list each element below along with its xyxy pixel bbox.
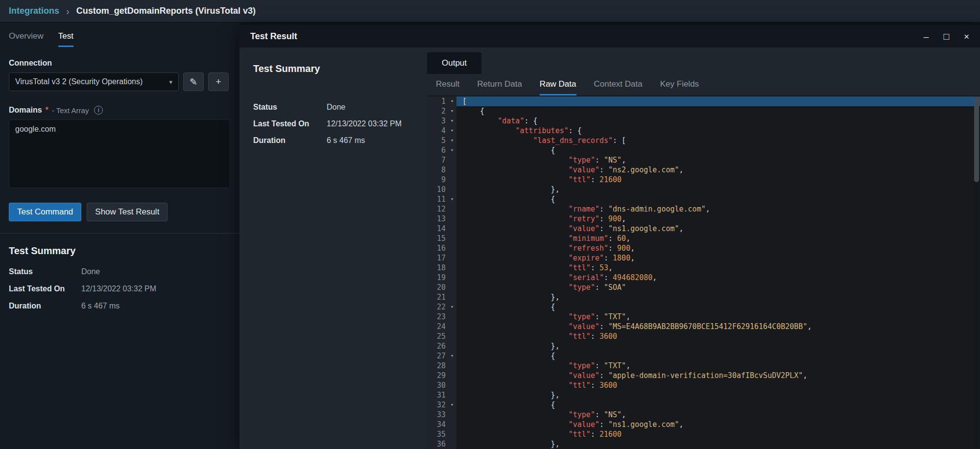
line-number: 31 (427, 390, 448, 400)
summary-value: 12/13/2022 03:32 PM (81, 284, 156, 293)
line-number: 21 (427, 292, 448, 302)
tab-test[interactable]: Test (58, 31, 73, 47)
code-line-text: "type": "SOA" (456, 283, 980, 292)
code-line-text: "attributes": { (456, 126, 980, 136)
left-panel-tabs: OverviewTest (9, 31, 231, 47)
fold-toggle-icon (448, 312, 456, 322)
code-line-text: "value": "apple-domain-verification=30af… (456, 371, 980, 380)
fold-toggle-icon[interactable]: ▾ (448, 302, 456, 312)
fold-toggle-icon (448, 283, 456, 292)
summary-label: Last Tested On (253, 119, 327, 128)
editor-scrollbar[interactable] (974, 96, 979, 448)
code-line-text: { (456, 400, 980, 410)
fold-toggle-icon[interactable]: ▾ (448, 351, 456, 361)
summary-value: 12/13/2022 03:32 PM (327, 119, 402, 128)
fold-toggle-icon[interactable]: ▾ (448, 145, 456, 155)
line-number: 35 (427, 429, 448, 439)
code-line-text: "ttl": 3600 (456, 331, 980, 341)
code-line: 23 "type": "TXT", (427, 312, 980, 322)
tab-key-fields[interactable]: Key Fields (660, 74, 699, 95)
line-number: 5 (427, 136, 448, 145)
line-number: 4 (427, 126, 448, 136)
fold-toggle-icon[interactable]: ▾ (448, 106, 456, 116)
line-number: 34 (427, 420, 448, 429)
code-line: 36 }, (427, 439, 980, 449)
code-line-text: "refresh": 900, (456, 243, 980, 253)
code-line-text: "ttl": 53, (456, 263, 980, 273)
edit-connection-button[interactable]: ✎ (183, 72, 204, 91)
fold-toggle-icon (448, 292, 456, 302)
code-line: 13 "retry": 900, (427, 214, 980, 224)
modal-summary-title: Test Summary (253, 63, 413, 74)
fold-toggle-icon (448, 420, 456, 429)
code-line: 9 "ttl": 21600 (427, 175, 980, 185)
fold-toggle-icon[interactable]: ▾ (448, 126, 456, 136)
line-number: 16 (427, 243, 448, 253)
modal-titlebar: Test Result – □ × (239, 25, 980, 47)
fold-toggle-icon (448, 175, 456, 185)
fold-toggle-icon[interactable]: ▾ (448, 400, 456, 410)
line-number: 19 (427, 273, 448, 283)
tab-output[interactable]: Output (427, 52, 481, 74)
code-line-text: "retry": 900, (456, 214, 980, 224)
app-root: Integrations › Custom_getDomainReports (… (0, 0, 980, 449)
fold-toggle-icon (448, 224, 456, 234)
info-icon[interactable]: i (94, 106, 103, 115)
code-line: 25 "ttl": 3600 (427, 331, 980, 341)
domains-label: Domains (9, 106, 42, 115)
fold-toggle-icon (448, 439, 456, 449)
code-line: 17 "expire": 1800, (427, 253, 980, 263)
left-summary-rows: StatusDoneLast Tested On12/13/2022 03:32… (9, 267, 231, 310)
output-sub-tabs: ResultReturn DataRaw DataContext DataKey… (427, 74, 980, 95)
domains-input[interactable]: google.com (9, 119, 230, 188)
tab-overview[interactable]: Overview (9, 31, 44, 47)
modal-body: Test Summary StatusDoneLast Tested On12/… (239, 47, 980, 449)
tab-raw-data[interactable]: Raw Data (540, 74, 576, 95)
summary-label: Duration (253, 136, 327, 145)
fold-toggle-icon (448, 371, 456, 380)
code-line-text: "ttl": 21600 (456, 175, 980, 185)
fold-toggle-icon[interactable]: ▾ (448, 116, 456, 126)
test-command-button[interactable]: Test Command (9, 203, 81, 221)
line-number: 32 (427, 400, 448, 410)
code-line-text: "ttl": 21600 (456, 429, 980, 439)
fold-toggle-icon (448, 410, 456, 420)
fold-toggle-icon (448, 253, 456, 263)
code-line-text: { (456, 351, 980, 361)
summary-value: Done (81, 267, 100, 276)
fold-toggle-icon (448, 341, 456, 351)
breadcrumb-integrations-link[interactable]: Integrations (9, 6, 59, 16)
fold-toggle-icon (448, 185, 456, 194)
code-line: 26 }, (427, 341, 980, 351)
show-test-result-button[interactable]: Show Test Result (87, 203, 167, 221)
tab-return-data[interactable]: Return Data (477, 74, 522, 95)
add-connection-button[interactable]: + (208, 72, 229, 91)
fold-toggle-icon[interactable]: ▾ (448, 194, 456, 204)
line-number: 12 (427, 204, 448, 214)
minimize-icon[interactable]: – (924, 32, 929, 41)
fold-toggle-icon (448, 155, 456, 165)
left-summary-title: Test Summary (9, 245, 231, 257)
code-line-text: }, (456, 341, 980, 351)
modal-summary-rows: StatusDoneLast Tested On12/13/2022 03:32… (253, 103, 413, 145)
fold-toggle-icon (448, 429, 456, 439)
code-line: 11▾ { (427, 194, 980, 204)
fold-toggle-icon (448, 331, 456, 341)
connection-select[interactable]: VirusTotal v3 2 (Security Operations) ▾ (9, 72, 179, 91)
line-number: 28 (427, 361, 448, 371)
close-icon[interactable]: × (964, 32, 969, 41)
fold-toggle-icon[interactable]: ▾ (448, 96, 456, 106)
line-number: 30 (427, 380, 448, 390)
tab-context-data[interactable]: Context Data (594, 74, 643, 95)
maximize-icon[interactable]: □ (943, 32, 949, 41)
code-line: 6▾ { (427, 145, 980, 155)
code-line: 24 "value": "MS=E4A68B9AB2BB9670BCE15412… (427, 322, 980, 331)
line-number: 27 (427, 351, 448, 361)
tab-result[interactable]: Result (436, 74, 459, 95)
line-number: 17 (427, 253, 448, 263)
raw-data-editor[interactable]: 1▾[2▾ {3▾ "data": {4▾ "attributes": {5▾ … (427, 95, 980, 449)
code-line-text: }, (456, 390, 980, 400)
summary-row: Duration6 s 467 ms (9, 302, 231, 310)
scrollbar-thumb[interactable] (974, 96, 979, 182)
fold-toggle-icon[interactable]: ▾ (448, 136, 456, 145)
